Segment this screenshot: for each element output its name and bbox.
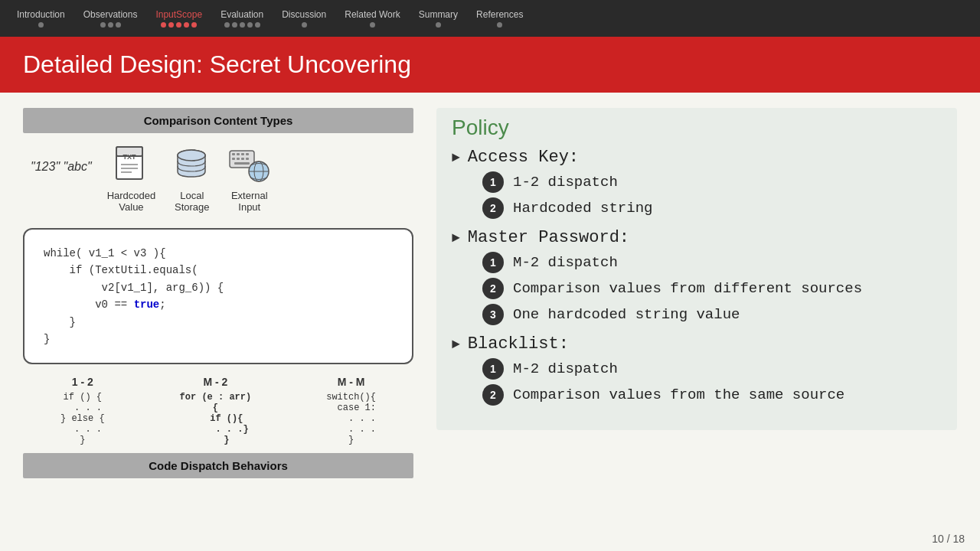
svg-rect-12	[246, 153, 249, 155]
nav-item-observations[interactable]: Observations	[74, 6, 147, 31]
page-title: Detailed Design: Secret Uncovering	[23, 51, 957, 79]
blacklist-num-2: 2	[482, 384, 504, 406]
policy-section-master-password: ► Master Password: 1 M-2 dispatch 2 Comp…	[452, 228, 942, 325]
policy-box: Policy ► Access Key: 1 1-2 dispatch 2 Ha…	[436, 108, 957, 430]
blacklist-label: Blacklist:	[468, 334, 569, 354]
nav-label: Introduction	[17, 9, 65, 20]
left-panel: Comparison Content Types "123" "abc" TXT…	[23, 108, 413, 530]
hardcoded-value-label: HardcodedValue	[107, 190, 156, 213]
nav-item-inputscope[interactable]: InputScope	[146, 6, 211, 31]
nav-item-introduction[interactable]: Introduction	[8, 6, 74, 31]
blacklist-text-2: Comparison values from the same source	[513, 386, 844, 403]
master-password-item-2: 2 Comparison values from different sourc…	[482, 278, 942, 299]
right-panel: Policy ► Access Key: 1 1-2 dispatch 2 Ha…	[436, 108, 957, 530]
blacklist-item-1: 1 M-2 dispatch	[482, 358, 942, 380]
blacklist-arrow: ►	[452, 337, 460, 352]
navigation-bar: IntroductionObservationsInputScopeEvalua…	[0, 0, 980, 37]
external-input-icon-group: ExternalInput	[228, 145, 270, 213]
blacklist-items: 1 M-2 dispatch 2 Comparison values from …	[482, 358, 942, 406]
nav-label: Evaluation	[220, 9, 263, 20]
page-number: 10 / 18	[932, 533, 965, 545]
master-password-text-1: M-2 dispatch	[513, 254, 618, 271]
policy-section-access-key: ► Access Key: 1 1-2 dispatch 2 Hardcoded…	[452, 148, 942, 219]
dispatch-col-m-2: M - 2 for (e : arr) { if (){ . . .} }	[180, 376, 252, 445]
policy-section-blacklist: ► Blacklist: 1 M-2 dispatch 2 Comparison…	[452, 334, 942, 406]
dispatch-col-1-2: 1 - 2 if () { . . . } else { . . . }	[60, 376, 105, 445]
svg-rect-14	[237, 158, 240, 160]
nav-item-evaluation[interactable]: Evaluation	[211, 6, 273, 31]
svg-point-7	[178, 150, 205, 161]
access-key-label: Access Key:	[468, 148, 579, 167]
access-key-num-2: 2	[482, 197, 504, 219]
svg-rect-11	[241, 153, 244, 155]
blacklist-num-1: 1	[482, 358, 504, 380]
local-storage-label: LocalStorage	[175, 190, 210, 213]
access-key-text-1: 1-2 dispatch	[513, 174, 618, 191]
hardcoded-value-icon-group: TXT HardcodedValue	[107, 145, 156, 213]
dispatch-title-m-2: M - 2	[180, 376, 252, 388]
hardcoded-label: "123" "abc"	[31, 145, 92, 174]
code-line-3: v2[v1_1], arg_6)) {	[44, 279, 393, 296]
master-password-label: Master Password:	[468, 228, 629, 247]
content-types-row: "123" "abc" TXT HardcodedValue	[23, 133, 413, 224]
master-password-num-1: 1	[482, 252, 504, 273]
external-input-label: ExternalInput	[231, 190, 268, 213]
master-password-num-3: 3	[482, 304, 504, 325]
code-line-2: if (TextUtil.equals(	[44, 262, 393, 279]
svg-rect-15	[241, 158, 244, 160]
access-key-text-2: Hardcoded string	[513, 200, 652, 217]
svg-rect-9	[232, 153, 235, 155]
svg-text:TXT: TXT	[122, 153, 136, 161]
code-line-6: }	[44, 331, 393, 347]
master-password-item-1: 1 M-2 dispatch	[482, 252, 942, 273]
database-icon	[171, 145, 213, 187]
master-password-item-3: 3 One hardcoded string value	[482, 304, 942, 325]
nav-label: Observations	[83, 9, 138, 20]
access-key-num-1: 1	[482, 171, 504, 193]
keyboard-globe-icon	[228, 145, 270, 187]
master-password-items: 1 M-2 dispatch 2 Comparison values from …	[482, 252, 942, 325]
access-key-items: 1 1-2 dispatch 2 Hardcoded string	[482, 171, 942, 219]
master-password-arrow: ►	[452, 230, 460, 246]
master-password-num-2: 2	[482, 278, 504, 299]
nav-label: Related Work	[345, 9, 400, 20]
title-bar: Detailed Design: Secret Uncovering	[0, 37, 980, 93]
nav-item-related-work[interactable]: Related Work	[335, 6, 409, 31]
master-password-text-2: Comparison values from different sources	[513, 280, 862, 297]
blacklist-item-2: 2 Comparison values from the same source	[482, 384, 942, 406]
access-key-item-2: 2 Hardcoded string	[482, 197, 942, 219]
nav-label: Discussion	[282, 9, 326, 20]
dispatch-table: 1 - 2 if () { . . . } else { . . . } M -…	[23, 376, 413, 445]
code-line-1: while( v1_1 < v3 ){	[44, 245, 393, 262]
document-icon: TXT	[110, 145, 152, 187]
nav-label: InputScope	[155, 9, 202, 20]
nav-label: Summary	[419, 9, 458, 20]
svg-rect-16	[246, 158, 249, 160]
master-password-text-3: One hardcoded string value	[513, 306, 740, 323]
dispatch-col-m-m: M - M switch(){ case 1: . . . . . . }	[326, 376, 376, 445]
code-line-4: v0 == true;	[44, 296, 393, 313]
nav-item-discussion[interactable]: Discussion	[273, 6, 335, 31]
access-key-arrow: ►	[452, 150, 460, 165]
page-footer: 10 / 18	[932, 533, 965, 545]
dispatch-title-m-m: M - M	[326, 376, 376, 388]
nav-label: References	[476, 9, 523, 20]
svg-rect-17	[234, 162, 250, 165]
blacklist-text-1: M-2 dispatch	[513, 360, 618, 377]
master-password-title: ► Master Password:	[452, 228, 942, 247]
svg-rect-13	[232, 158, 235, 160]
svg-rect-10	[237, 153, 240, 155]
nav-item-references[interactable]: References	[467, 6, 532, 31]
nav-item-summary[interactable]: Summary	[410, 6, 467, 31]
access-key-title: ► Access Key:	[452, 148, 942, 167]
main-content: Comparison Content Types "123" "abc" TXT…	[0, 93, 980, 546]
code-line-5: }	[44, 314, 393, 331]
left-panel-header: Comparison Content Types	[23, 108, 413, 133]
access-key-item-1: 1 1-2 dispatch	[482, 171, 942, 193]
dispatch-title-1-2: 1 - 2	[60, 376, 105, 388]
code-box: while( v1_1 < v3 ){ if (TextUtil.equals(…	[23, 228, 413, 364]
blacklist-title: ► Blacklist:	[452, 334, 942, 354]
policy-title: Policy	[452, 116, 942, 140]
local-storage-icon-group: LocalStorage	[171, 145, 213, 213]
bottom-panel-header: Code Dispatch Behaviors	[23, 453, 413, 478]
